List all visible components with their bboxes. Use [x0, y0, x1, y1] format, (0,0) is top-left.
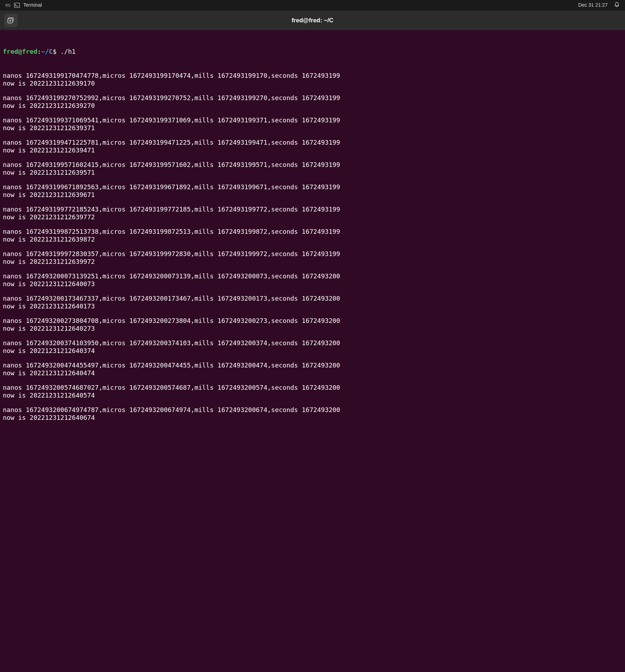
output-line: nanos 1672493200273804708,micros 1672493… — [3, 317, 622, 325]
output-block: nanos 1672493199872513738,micros 1672493… — [3, 228, 622, 244]
output-line: now is 20221231212639772 — [3, 213, 622, 221]
output-line: nanos 1672493200674974787,micros 1672493… — [3, 406, 622, 414]
output-line: nanos 1672493199772185243,micros 1672493… — [3, 205, 622, 214]
output-line: now is 20221231212639170 — [3, 80, 622, 88]
output-line: now is 20221231212639270 — [3, 102, 622, 110]
prompt-path: ~/C — [41, 48, 53, 55]
output-line: nanos 1672493199270752992,micros 1672493… — [3, 94, 622, 102]
output-line: nanos 1672493200374103950,micros 1672493… — [3, 339, 622, 347]
output-line: nanos 1672493199972830357,micros 1672493… — [3, 250, 622, 258]
output-block: nanos 1672493200173467337,micros 1672493… — [3, 295, 622, 311]
output-line: now is 20221231212640173 — [3, 302, 622, 311]
terminal-output[interactable]: fred@fred:~/C$ ./h1 nanos 16724931991704… — [0, 30, 625, 431]
output-line: nanos 1672493200173467337,micros 1672493… — [3, 295, 622, 303]
top-bar-left: es Terminal — [5, 2, 42, 8]
new-tab-icon — [7, 17, 15, 24]
output-block: nanos 1672493200674974787,micros 1672493… — [3, 406, 622, 422]
terminal-app-icon[interactable] — [14, 3, 20, 8]
output-block: nanos 1672493200273804708,micros 1672493… — [3, 317, 622, 333]
output-line: now is 20221231212639471 — [3, 146, 622, 155]
window-title-label: fred@fred: ~/C — [291, 17, 333, 24]
output-block: nanos 1672493200374103950,micros 1672493… — [3, 339, 622, 355]
output-block: nanos 1672493199772185243,micros 1672493… — [3, 205, 622, 221]
output-line: now is 20221231212639972 — [3, 258, 622, 266]
output-block: nanos 1672493199972830357,micros 1672493… — [3, 250, 622, 266]
command-text — [57, 48, 60, 55]
output-line: now is 20221231212640474 — [3, 369, 622, 377]
output-line: nanos 1672493199872513738,micros 1672493… — [3, 228, 622, 236]
output-line: nanos 1672493200574687027,micros 1672493… — [3, 384, 622, 392]
app-name-label[interactable]: Terminal — [23, 2, 42, 8]
output-block: nanos 1672493199371069541,micros 1672493… — [3, 116, 622, 132]
output-line: now is 20221231212640273 — [3, 325, 622, 333]
prompt-colon: : — [37, 48, 41, 55]
prompt-dollar: $ — [53, 48, 57, 55]
output-block: nanos 1672493199671892563,micros 1672493… — [3, 183, 622, 199]
output-line: nanos 1672493200474455497,micros 1672493… — [3, 361, 622, 370]
clock-label[interactable]: Dec 31 21:27 — [578, 2, 608, 8]
output-block: nanos 1672493200474455497,micros 1672493… — [3, 361, 622, 377]
notification-bell-icon[interactable] — [614, 2, 620, 9]
output-line: now is 20221231212640073 — [3, 280, 622, 288]
output-line: now is 20221231212639671 — [3, 191, 622, 199]
output-line: nanos 1672493199170474778,micros 1672493… — [3, 72, 622, 80]
output-line: now is 20221231212639872 — [3, 236, 622, 244]
output-line: now is 20221231212639571 — [3, 169, 622, 177]
prompt-user-host: fred@fred — [3, 48, 37, 55]
svg-rect-0 — [14, 3, 19, 8]
output-line: nanos 1672493199471225781,micros 1672493… — [3, 139, 622, 147]
output-block: nanos 1672493199170474778,micros 1672493… — [3, 72, 622, 88]
output-line: nanos 1672493199571602415,micros 1672493… — [3, 161, 622, 169]
output-line: now is 20221231212640674 — [3, 414, 622, 422]
output-line: nanos 1672493200073139251,micros 1672493… — [3, 272, 622, 280]
output-block: nanos 1672493199270752992,micros 1672493… — [3, 94, 622, 110]
output-block: nanos 1672493199471225781,micros 1672493… — [3, 139, 622, 155]
output-line: now is 20221231212640574 — [3, 392, 622, 400]
command-text: ./h1 — [60, 48, 76, 55]
top-bar-right: Dec 31 21:27 — [578, 2, 620, 9]
window-title-bar: fred@fred: ~/C — [0, 11, 625, 30]
output-line: now is 20221231212639371 — [3, 124, 622, 132]
output-line: nanos 1672493199671892563,micros 1672493… — [3, 183, 622, 191]
prompt-line: fred@fred:~/C$ ./h1 — [3, 48, 622, 56]
output-block: nanos 1672493199571602415,micros 1672493… — [3, 161, 622, 177]
output-line: now is 20221231212640374 — [3, 347, 622, 355]
output-block: nanos 1672493200574687027,micros 1672493… — [3, 384, 622, 400]
output-block: nanos 1672493200073139251,micros 1672493… — [3, 272, 622, 288]
activities-fragment[interactable]: es — [5, 2, 11, 8]
new-tab-button[interactable] — [4, 14, 18, 27]
gnome-top-bar: es Terminal Dec 31 21:27 — [0, 0, 625, 11]
output-line: nanos 1672493199371069541,micros 1672493… — [3, 116, 622, 124]
